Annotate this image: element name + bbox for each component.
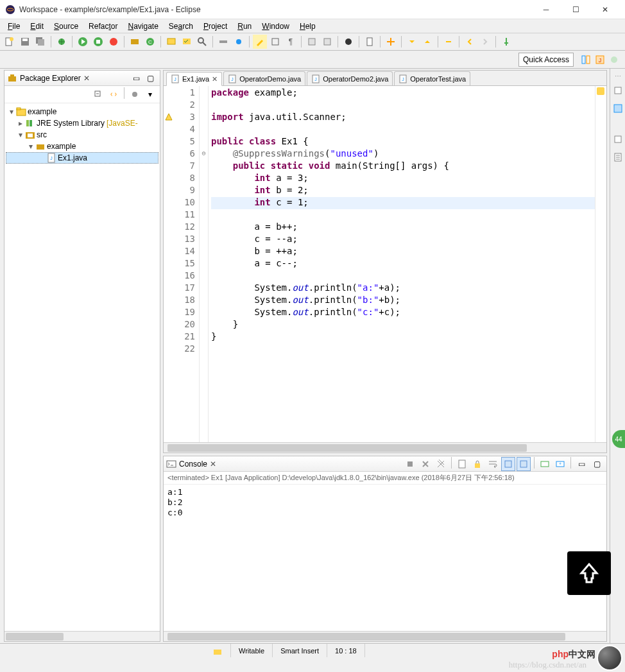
restore-view-button[interactable] <box>611 83 625 98</box>
floating-badge[interactable]: 44 <box>612 430 625 448</box>
maximize-console-button[interactable]: ▢ <box>590 457 604 471</box>
pin-button[interactable] <box>499 35 513 49</box>
package-node-icon <box>35 141 46 151</box>
editor-scrollbar-h[interactable] <box>164 442 606 452</box>
tree-src[interactable]: ▾ src <box>6 129 158 141</box>
save-button[interactable] <box>18 35 32 49</box>
menu-edit[interactable]: Edit <box>25 21 49 32</box>
coverage-button[interactable] <box>91 35 105 49</box>
console-scrollbar-h[interactable] <box>164 631 606 641</box>
terminate-button[interactable] <box>403 457 417 471</box>
overview-ruler[interactable] <box>595 86 606 442</box>
tree-scrollbar-h[interactable] <box>4 631 160 641</box>
debug-perspective-button[interactable] <box>607 53 621 67</box>
show-whitespace-button[interactable]: ¶ <box>284 35 298 49</box>
tree-jre[interactable]: ▸ JRE System Library [JavaSE- <box>6 117 158 129</box>
scroll-top-button[interactable] <box>567 551 611 595</box>
project-icon <box>16 107 26 117</box>
fold-column[interactable]: ⊖ <box>200 86 209 442</box>
pin-console-button[interactable] <box>501 457 515 471</box>
new-button[interactable] <box>3 35 17 49</box>
link-editor-button[interactable] <box>107 87 121 101</box>
tb-icon-4[interactable] <box>363 35 377 49</box>
quick-access-input[interactable]: Quick Access <box>518 53 574 67</box>
editor-tab[interactable]: JOperatorDemo.java <box>223 71 305 85</box>
prev-annotation-button[interactable] <box>420 35 434 49</box>
minimize-button[interactable]: ─ <box>531 0 561 19</box>
tasks-view-button[interactable] <box>611 150 625 164</box>
back-button[interactable] <box>463 35 477 49</box>
last-edit-button[interactable] <box>441 35 456 49</box>
save-all-button[interactable] <box>33 35 47 49</box>
menu-source[interactable]: Source <box>49 21 83 32</box>
svg-rect-54 <box>407 461 413 467</box>
menu-file[interactable]: File <box>3 21 25 32</box>
show-stdout-button[interactable] <box>517 457 531 471</box>
close-button[interactable]: ✕ <box>590 0 620 19</box>
clear-console-button[interactable] <box>455 457 469 471</box>
new-class-button[interactable]: C <box>143 35 157 49</box>
minimize-console-button[interactable]: ▭ <box>574 457 588 471</box>
menu-project[interactable]: Project <box>198 21 232 32</box>
menu-navigate[interactable]: Navigate <box>123 21 163 32</box>
main-toolbar: C ¶ <box>0 33 625 51</box>
menu-refactor[interactable]: Refactor <box>83 21 123 32</box>
menu-search[interactable]: Search <box>164 21 198 32</box>
focus-task-button[interactable] <box>128 87 142 101</box>
arrow-up-icon <box>576 560 602 586</box>
run-last-button[interactable] <box>107 35 121 49</box>
remove-all-button[interactable] <box>434 457 448 471</box>
src-folder-icon <box>25 130 35 140</box>
block-select-button[interactable] <box>268 35 282 49</box>
open-perspective-button[interactable] <box>579 53 593 67</box>
open-task-button[interactable] <box>180 35 194 49</box>
run-button[interactable] <box>76 35 90 49</box>
close-icon[interactable]: ✕ <box>210 460 216 469</box>
skip-breakpoints-button[interactable] <box>232 35 246 49</box>
new-package-button[interactable] <box>128 35 142 49</box>
close-view-icon[interactable]: ✕ <box>83 74 90 83</box>
editor-tab[interactable]: JOperatorTest.java <box>394 71 470 85</box>
php-badge: php中文网 <box>552 649 595 660</box>
debug-button[interactable] <box>55 35 69 49</box>
open-console-button[interactable]: + <box>553 457 567 471</box>
open-type-button[interactable] <box>164 35 178 49</box>
view-menu-button[interactable]: ▾ <box>143 87 157 101</box>
code-area[interactable]: 12345678910111213141516171819202122 ⊖ pa… <box>164 86 606 442</box>
project-tree[interactable]: ▾ example ▸ JRE System Library [JavaSE- … <box>4 103 160 631</box>
code-content[interactable]: package example;import java.util.Scanner… <box>209 86 595 442</box>
svg-text:J: J <box>50 156 53 160</box>
forward-button[interactable] <box>478 35 492 49</box>
remove-launch-button[interactable] <box>418 457 432 471</box>
toggle-mark-button[interactable] <box>253 35 267 49</box>
console-output[interactable]: a:1b:2c:0 <box>164 485 606 631</box>
console-title-label: Console <box>179 460 207 469</box>
tree-project[interactable]: ▾ example <box>6 106 158 117</box>
right-toolbar: ⋯ <box>610 69 625 643</box>
tb-icon-5[interactable] <box>384 35 398 49</box>
tb-icon-3[interactable] <box>341 35 355 49</box>
search-button[interactable] <box>195 35 209 49</box>
editor-tab[interactable]: JEx1.java✕ <box>166 72 222 86</box>
word-wrap-button[interactable] <box>486 457 500 471</box>
editor-tab[interactable]: JOperatorDemo2.java <box>307 71 393 85</box>
menu-run[interactable]: Run <box>232 21 257 32</box>
svg-rect-24 <box>324 39 330 45</box>
tb-icon-2[interactable] <box>320 35 334 49</box>
minimize-view-button[interactable]: ▭ <box>129 71 143 85</box>
java-perspective-button[interactable]: J <box>593 53 607 67</box>
maximize-button[interactable]: ☐ <box>561 0 590 19</box>
collapse-all-button[interactable] <box>91 87 105 101</box>
next-annotation-button[interactable] <box>405 35 419 49</box>
menu-help[interactable]: Help <box>295 21 321 32</box>
menu-window[interactable]: Window <box>257 21 295 32</box>
maximize-view-button[interactable]: ▢ <box>143 71 157 85</box>
display-selected-console-button[interactable] <box>538 457 552 471</box>
tree-package[interactable]: ▾ example <box>6 141 158 152</box>
scroll-lock-button[interactable] <box>470 457 484 471</box>
tb-icon-1[interactable] <box>305 35 319 49</box>
toggle-breadcrumb-button[interactable] <box>216 35 230 49</box>
restore-view2-button[interactable] <box>611 132 625 146</box>
outline-view-button[interactable] <box>611 101 625 116</box>
tree-file-selected[interactable]: J Ex1.java <box>6 152 158 164</box>
